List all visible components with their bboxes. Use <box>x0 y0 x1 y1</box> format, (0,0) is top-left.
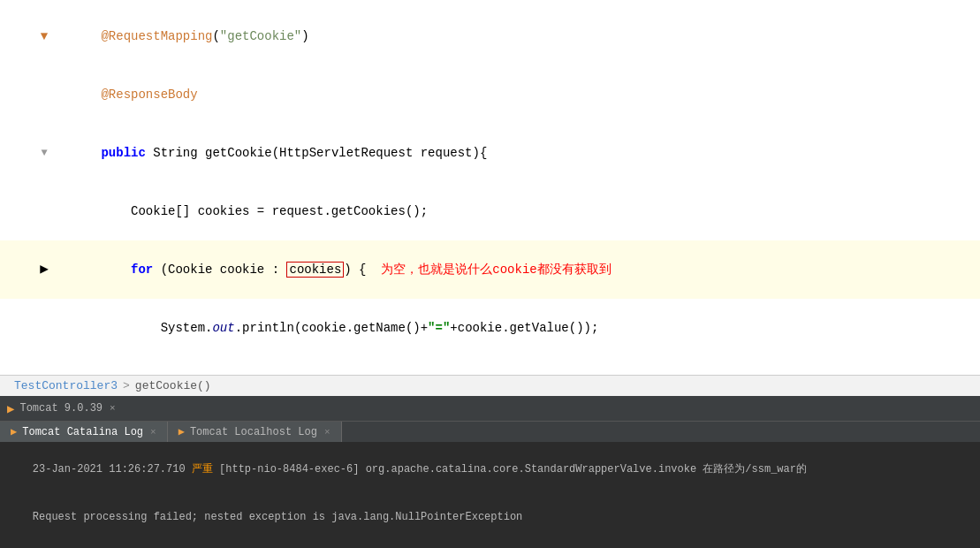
tomcat-run-icon: ▶ <box>7 401 14 416</box>
line-arrow-3: ▼ <box>35 143 53 163</box>
line-content-6: System.out.println(cookie.getName()+"="+… <box>53 299 980 357</box>
kw-out-6: out <box>212 321 234 335</box>
localhost-tab-label: Tomcat Localhost Log <box>190 426 317 438</box>
comment-5: 为空，也就是说什么cookie都没有获取到 <box>381 263 611 277</box>
tomcat-close[interactable]: × <box>110 403 116 414</box>
console-severe-1: 23-Jan-2021 11:26:27.710 <box>33 463 192 476</box>
code-line-4: Cookie[] cookies = request.getCookies(); <box>0 182 980 240</box>
console-line-3: java.lang.NullPointerException <box>7 541 973 548</box>
line-content-7: } <box>53 357 980 375</box>
console-plain-2: Request processing failed; nested except… <box>33 511 523 523</box>
line-content-3: public String getCookie(HttpServletReque… <box>53 124 980 182</box>
string-1: "getCookie" <box>220 29 301 43</box>
current-line-arrow: ▶ <box>40 260 49 279</box>
code-line-5: ▶ for (Cookie cookie : cookies) { 为空，也就是… <box>0 240 980 299</box>
breadcrumb-separator: > <box>123 379 130 392</box>
localhost-tab-close[interactable]: × <box>324 427 330 438</box>
catalina-tab-close[interactable]: × <box>150 427 156 438</box>
breadcrumb-class[interactable]: TestController3 <box>14 379 118 392</box>
line-content-1: @RequestMapping("getCookie") <box>53 7 980 65</box>
collapse-icon-1[interactable]: ▼ <box>41 27 48 46</box>
console-line-2: Request processing failed; nested except… <box>7 493 973 541</box>
annotation-2: @ResponseBody <box>101 88 197 102</box>
tab-localhost-log[interactable]: ▶ Tomcat Localhost Log × <box>168 422 342 442</box>
line-content-5: for (Cookie cookie : cookies) { 为空，也就是说什… <box>53 240 980 299</box>
code-line-1: ▼ @RequestMapping("getCookie") <box>0 7 980 65</box>
console-severe-label: 严重 <box>192 463 213 476</box>
console-severe-rest: [http-nio-8484-exec-6] org.apache.catali… <box>213 463 807 476</box>
kw-public-3: public <box>101 146 145 160</box>
tomcat-text[interactable]: Tomcat 9.0.39 <box>19 402 103 415</box>
line-arrow-5: ▶ <box>35 260 53 279</box>
kw-for-5: for <box>131 263 153 277</box>
tab-catalina-log[interactable]: ▶ Tomcat Catalina Log × <box>0 422 168 442</box>
localhost-tab-icon: ▶ <box>179 425 185 438</box>
console-area: 23-Jan-2021 11:26:27.710 严重 [http-nio-84… <box>0 442 980 548</box>
breadcrumb-method[interactable]: getCookie() <box>135 379 211 392</box>
string-eq: "=" <box>428 321 450 335</box>
code-line-6: System.out.println(cookie.getName()+"="+… <box>0 299 980 357</box>
cookies-boxed: cookies <box>286 262 344 278</box>
collapse-icon-3[interactable]: ▼ <box>41 143 47 163</box>
line-arrow-1: ▼ <box>35 27 53 46</box>
console-line-1: 23-Jan-2021 11:26:27.710 严重 [http-nio-84… <box>7 445 973 493</box>
line-content-2: @ResponseBody <box>53 65 980 124</box>
tomcat-label: Tomcat 9.0.39 × <box>19 402 115 415</box>
code-line-3: ▼ public String getCookie(HttpServletReq… <box>0 124 980 182</box>
log-tab-bar: ▶ Tomcat Catalina Log × ▶ Tomcat Localho… <box>0 421 980 442</box>
code-line-2: @ResponseBody <box>0 65 980 124</box>
catalina-tab-label: Tomcat Catalina Log <box>22 426 143 438</box>
breadcrumb-bar: TestController3 > getCookie() <box>0 375 980 396</box>
code-editor: ▼ @RequestMapping("getCookie") @Response… <box>0 0 980 375</box>
code-line-7: } <box>0 357 980 375</box>
paren-close-1: ) <box>301 29 308 43</box>
paren-open-1: ( <box>212 29 219 43</box>
annotation-1: @RequestMapping <box>101 29 212 43</box>
line-content-4: Cookie[] cookies = request.getCookies(); <box>53 182 980 240</box>
catalina-tab-icon: ▶ <box>11 425 17 438</box>
tomcat-run-bar: ▶ Tomcat 9.0.39 × <box>0 396 980 421</box>
